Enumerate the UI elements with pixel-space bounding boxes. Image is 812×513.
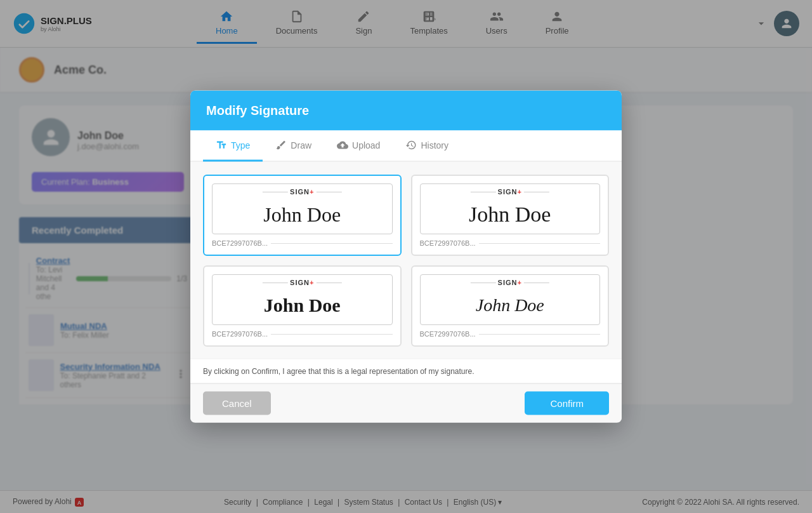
legal-note: By clicking on Confirm, I agree that thi… — [190, 359, 622, 383]
sig-text-2: John Doe — [469, 203, 551, 227]
cancel-button[interactable]: Cancel — [203, 392, 271, 415]
sig-text-4: John Doe — [476, 295, 544, 316]
sig-id-2: BCE72997076B... — [420, 239, 601, 247]
signature-option-1[interactable]: SIGN+ John Doe BCE72997076B... — [203, 175, 402, 256]
signature-option-4[interactable]: SIGN+ John Doe BCE72997076B... — [411, 265, 610, 347]
signature-options-grid: SIGN+ John Doe BCE72997076B... SIGN+ Joh… — [190, 162, 622, 359]
modify-signature-modal: Modify Signature Type Draw Upload Histor… — [190, 91, 622, 423]
sig-brand-3: SIGN+ — [263, 279, 341, 286]
draw-tab-icon — [275, 140, 287, 151]
signature-option-3[interactable]: SIGN+ John Doe BCE72997076B... — [203, 265, 402, 347]
sig-brand-4: SIGN+ — [471, 279, 549, 286]
modal-title: Modify Signature — [206, 103, 309, 117]
tab-history[interactable]: History — [393, 131, 461, 162]
sig-id-1: BCE72997076B... — [212, 239, 393, 247]
history-tab-icon — [405, 140, 417, 151]
confirm-button[interactable]: Confirm — [525, 392, 609, 415]
type-tab-icon — [216, 140, 227, 151]
sig-brand-2: SIGN+ — [471, 188, 549, 196]
modal-tabs: Type Draw Upload History — [190, 131, 622, 162]
sig-id-3: BCE72997076B... — [212, 330, 393, 338]
signature-option-2[interactable]: SIGN+ John Doe BCE72997076B... — [411, 175, 610, 256]
tab-draw[interactable]: Draw — [263, 131, 324, 162]
sig-brand-1: SIGN+ — [263, 188, 341, 196]
sig-id-4: BCE72997076B... — [420, 330, 601, 338]
sig-text-1: John Doe — [263, 203, 341, 226]
modal-footer-actions: Cancel Confirm — [190, 383, 622, 423]
tab-upload[interactable]: Upload — [324, 131, 393, 162]
sig-text-3: John Doe — [264, 295, 341, 316]
modal-header: Modify Signature — [190, 91, 622, 131]
upload-tab-icon — [337, 140, 348, 151]
tab-type[interactable]: Type — [203, 131, 263, 162]
